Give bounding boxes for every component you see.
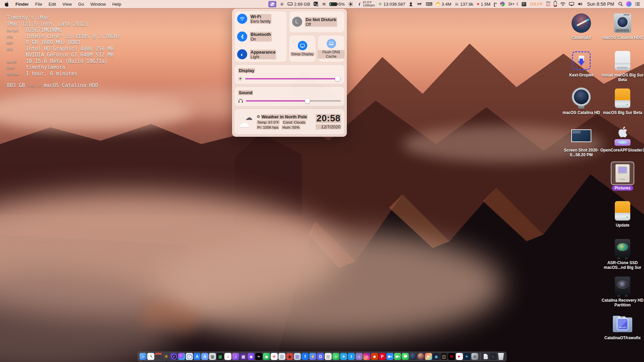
menu-go[interactable]: Go <box>78 0 84 8</box>
sleep-display-button[interactable]: Sleep Display <box>289 35 316 62</box>
bracket-app-icon[interactable]: [● <box>494 0 497 8</box>
dock-document[interactable] <box>482 353 489 360</box>
dock-netflix[interactable]: N <box>448 353 455 360</box>
dock-siri[interactable] <box>178 353 185 360</box>
dock-layers-app[interactable]: ▤ <box>325 353 332 360</box>
dock-clock[interactable] <box>147 353 154 360</box>
temperature[interactable]: 123.1°F <box>530 0 543 8</box>
volume-icon[interactable] <box>578 0 583 8</box>
dock-zoom[interactable] <box>386 353 393 360</box>
battery-vertical-icon[interactable] <box>554 0 557 8</box>
dock-telegram[interactable]: ✈ <box>340 353 347 360</box>
brightness-icon[interactable] <box>348 0 353 8</box>
disk-pie-icon[interactable] <box>500 0 505 8</box>
dock-finder[interactable]: ☺ <box>140 353 147 360</box>
spotlight-icon[interactable] <box>618 0 623 8</box>
menu-view[interactable]: View <box>62 0 72 8</box>
dock-reddit[interactable]: ☻ <box>371 353 378 360</box>
dog-icon[interactable] <box>417 0 422 8</box>
dock-pinterest[interactable]: P <box>379 353 386 360</box>
desktop-icon-catalina-recovery[interactable]: Catalina Recovery HD Partition <box>597 275 644 307</box>
menu-edit[interactable]: Edit <box>49 0 56 8</box>
apple-menu-icon[interactable] <box>4 0 9 8</box>
dock-whatsapp[interactable]: ☏ <box>332 353 339 360</box>
bluetooth-toggle[interactable]: Bluetooth On <box>237 32 284 42</box>
wifi-toggle[interactable]: Wi-Fi Eero family <box>237 14 284 24</box>
airplay-icon[interactable] <box>569 0 574 8</box>
dock-discord[interactable]: D <box>317 353 324 360</box>
virus-counter[interactable]: ✳13.036.587 <box>378 0 405 8</box>
disk-icon[interactable] <box>522 0 526 8</box>
dock-youtube[interactable]: ▶ <box>456 353 463 360</box>
battery-horizontal[interactable]: 5% <box>329 0 345 8</box>
mask-counter[interactable]: 3.4M <box>436 0 451 8</box>
dock-photos[interactable]: ❀ <box>271 353 278 360</box>
network-traffic[interactable]: 1k+▲▼ <box>508 0 519 8</box>
dock-twitter[interactable]: t <box>348 353 355 360</box>
desktop-icon-update[interactable]: Update <box>597 200 644 228</box>
dock-safari[interactable] <box>186 353 193 360</box>
dock-safari-dark[interactable] <box>170 353 177 360</box>
dock-trash[interactable] <box>497 353 504 360</box>
dock-dark-grid-app[interactable]: ▦ <box>217 353 224 360</box>
menu-file[interactable]: File <box>35 0 42 8</box>
dock-screenshot-app[interactable]: ▤ <box>294 353 301 360</box>
dock-instagram[interactable]: ◎ <box>363 353 370 360</box>
do-not-disturb-toggle[interactable]: ☾ Do Not Disturb Off <box>289 11 344 33</box>
dock-messenger[interactable]: ⚡ <box>309 353 316 360</box>
appearance-toggle[interactable]: ◐ Appearance Light <box>237 49 284 59</box>
desktop-icon-macos-catalina-hdd[interactable]: macOS Catalina HDD <box>597 12 644 40</box>
keyboard-icon[interactable]: ⌨ <box>426 0 432 8</box>
terminal-update-icon[interactable] <box>313 0 319 8</box>
wifi-icon[interactable] <box>560 0 566 8</box>
display-brightness-slider[interactable] <box>245 78 341 79</box>
dock-music-alt[interactable]: ♫ <box>232 353 239 360</box>
dock-mojave-wallpaper[interactable] <box>410 353 417 360</box>
dock-facetime[interactable] <box>394 353 401 360</box>
dock-tv-app[interactable]: ▦ <box>240 353 247 360</box>
sound-volume-slider[interactable] <box>246 100 341 102</box>
dock-app-store[interactable]: A <box>194 353 201 360</box>
dock-launchpad[interactable]: ▦ <box>209 353 216 360</box>
menubar-clock[interactable]: Sun 8:58 PM <box>586 0 615 8</box>
fan-speed[interactable]: 87.6°F1395rpm <box>357 0 375 8</box>
weather-gear-icon[interactable]: ⚙ <box>257 114 260 119</box>
dock-github[interactable]: ☺ <box>356 353 363 360</box>
dock-messages[interactable] <box>402 353 409 360</box>
desktop-icon-opencore-apfs-loader[interactable]: OpenCoreAPFSloader3 <box>597 125 644 153</box>
heart-counter[interactable]: ♥1.5M <box>477 0 490 8</box>
dock-calendar[interactable]: 12 <box>155 353 162 360</box>
dock-clips[interactable]: ▶ <box>425 353 432 360</box>
dock-find-my[interactable]: ◉ <box>263 353 270 360</box>
desktop-icon-catalina-ota-swufix[interactable]: MACMacOSCatalinaOTAswufix <box>597 312 644 340</box>
dock-weather[interactable]: ☀ <box>163 353 170 360</box>
dock-popcorn-time[interactable]: ◫ <box>440 353 447 360</box>
control-center-toggle[interactable] <box>268 0 276 8</box>
skull-counter[interactable]: ☠137.8k <box>454 0 473 8</box>
memory-usage[interactable]: 2.69 GB <box>287 0 310 8</box>
worker-icon[interactable] <box>409 0 413 8</box>
siri-icon[interactable] <box>626 0 632 8</box>
dock-system-preferences[interactable]: ⚙ <box>471 353 478 360</box>
sound-slider-knob[interactable] <box>305 98 310 103</box>
menu-window[interactable]: Window <box>90 0 106 8</box>
menu-finder[interactable]: Finder <box>15 0 29 8</box>
dock-music[interactable]: ♫ <box>224 353 231 360</box>
desktop-icon-pictures[interactable]: Pictures <box>597 162 644 191</box>
dock-preview[interactable]: ▤ <box>278 353 285 360</box>
brightness-dim-icon[interactable] <box>280 0 284 8</box>
display-slider-knob[interactable] <box>335 76 340 81</box>
cpu-usage[interactable]: 2%6% <box>546 0 550 8</box>
menu-help[interactable]: Help <box>112 0 121 8</box>
desktop-icon-macos-big-sur-beta[interactable]: macOS Big Sur Beta <box>597 87 644 115</box>
dock-video-player[interactable]: ▶ <box>464 353 471 360</box>
desktop-icon-asr-clone-ssd[interactable]: ASR-Clone SSD macOS...nd Big Sur <box>597 237 644 270</box>
dock-photo-booth[interactable]: ◉ <box>286 353 293 360</box>
dock-podcasts[interactable]: ◉ <box>248 353 255 360</box>
dock-app-store-beta[interactable]: A <box>201 353 208 360</box>
fan-stack-icon[interactable]: ≋ <box>322 0 326 8</box>
flush-dns-button[interactable]: Flush DNS Cache <box>318 35 344 62</box>
dock-catalina-wallpaper[interactable] <box>417 353 424 360</box>
desktop-icon-install-macos-big-sur-beta[interactable]: Install macOS Big Sur Beta <box>597 50 644 82</box>
dock-big-sur-app[interactable]: ◉ <box>433 353 440 360</box>
